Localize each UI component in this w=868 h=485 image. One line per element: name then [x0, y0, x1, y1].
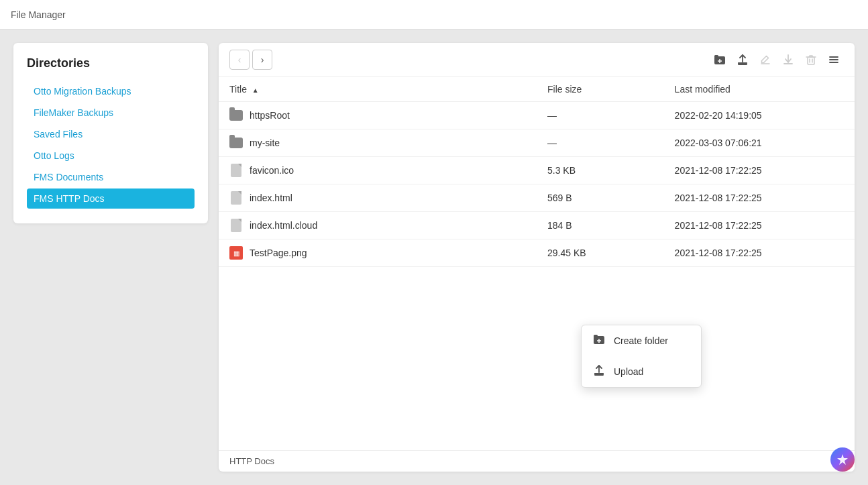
doc-file-icon	[231, 219, 241, 232]
download-button[interactable]	[778, 50, 798, 70]
folder-icon	[229, 110, 243, 121]
top-bar: File Manager	[0, 0, 868, 30]
folder-icon	[229, 138, 243, 148]
dropdown-item-label: Create folder	[614, 335, 668, 346]
file-size: 5.3 KB	[537, 157, 664, 184]
back-button[interactable]: ‹	[229, 50, 250, 70]
col-last-modified[interactable]: Last modified	[664, 77, 855, 102]
last-modified: 2022-03-03 07:06:21	[664, 129, 855, 157]
table-row[interactable]: my-site—2022-03-03 07:06:21	[219, 129, 855, 157]
table-row[interactable]: index.html569 B2021-12-08 17:22:25	[219, 184, 855, 212]
status-bar: HTTP Docs	[219, 450, 855, 472]
file-size: 569 B	[537, 184, 664, 212]
file-size: —	[537, 102, 664, 129]
create-folder-button[interactable]	[710, 50, 730, 70]
last-modified: 2022-02-20 14:19:05	[664, 102, 855, 129]
sidebar-item-fms-http-docs[interactable]: FMS HTTP Docs	[27, 188, 195, 209]
toolbar-actions	[710, 50, 844, 70]
file-size: 184 B	[537, 212, 664, 239]
dropdown-menu: Create folderUpload	[581, 325, 702, 388]
file-name: favicon.ico	[250, 165, 294, 176]
colorful-icon	[836, 453, 849, 466]
content-area: ‹ ›	[219, 43, 855, 472]
doc-file-icon	[231, 164, 241, 177]
sidebar-item-filemaker-backups[interactable]: FileMaker Backups	[27, 103, 195, 123]
file-table: Title ▲ File size Last modified httpsRoo…	[219, 77, 855, 450]
forward-icon: ›	[261, 54, 264, 65]
list-view-button[interactable]	[824, 50, 844, 70]
rename-button[interactable]	[755, 50, 775, 70]
doc-file-icon	[231, 191, 241, 205]
dropdown-item-label: Upload	[614, 366, 643, 377]
file-size: —	[537, 129, 664, 157]
table-row[interactable]: TestPage.png29.45 KB2021-12-08 17:22:25	[219, 239, 855, 267]
delete-icon	[805, 54, 817, 66]
file-name: TestPage.png	[250, 248, 307, 258]
create-folder-icon	[592, 333, 606, 348]
sidebar-item-saved-files[interactable]: Saved Files	[27, 124, 195, 144]
toolbar: ‹ ›	[219, 43, 855, 77]
file-size: 29.45 KB	[537, 239, 664, 267]
delete-button[interactable]	[801, 50, 821, 70]
upload-icon	[737, 54, 749, 66]
dropdown-item-create-folder[interactable]: Create folder	[582, 325, 701, 356]
table-row[interactable]: favicon.ico5.3 KB2021-12-08 17:22:25	[219, 157, 855, 184]
sort-arrow-title: ▲	[252, 87, 259, 94]
table-row[interactable]: httpsRoot—2022-02-20 14:19:05	[219, 102, 855, 129]
col-title[interactable]: Title ▲	[219, 77, 537, 102]
last-modified: 2021-12-08 17:22:25	[664, 239, 855, 267]
svg-rect-1	[714, 55, 718, 58]
download-icon	[782, 54, 794, 66]
back-icon: ‹	[238, 54, 241, 65]
upload-button[interactable]	[733, 50, 753, 70]
rename-icon	[759, 54, 771, 66]
last-modified: 2021-12-08 17:22:25	[664, 212, 855, 239]
image-file-icon	[229, 246, 243, 260]
list-icon	[828, 54, 840, 66]
file-name: my-site	[250, 138, 280, 148]
sidebar: Directories Otto Migration BackupsFileMa…	[13, 43, 208, 223]
status-label: HTTP Docs	[229, 456, 274, 466]
dropdown-item-upload[interactable]: Upload	[582, 356, 701, 387]
sidebar-item-fms-documents[interactable]: FMS Documents	[27, 167, 195, 187]
svg-rect-4	[808, 57, 814, 64]
svg-rect-6	[594, 335, 598, 337]
sidebar-heading: Directories	[27, 56, 195, 70]
toolbar-nav: ‹ ›	[229, 50, 272, 70]
sidebar-items-list: Otto Migration BackupsFileMaker BackupsS…	[27, 81, 195, 209]
sidebar-item-otto-logs[interactable]: Otto Logs	[27, 146, 195, 166]
main-layout: Directories Otto Migration BackupsFileMa…	[0, 30, 868, 485]
sidebar-item-otto-migration-backups[interactable]: Otto Migration Backups	[27, 81, 195, 101]
last-modified: 2021-12-08 17:22:25	[664, 157, 855, 184]
file-name: index.html.cloud	[250, 220, 317, 231]
file-name: httpsRoot	[250, 110, 290, 121]
app-title: File Manager	[11, 9, 66, 20]
table-header-row: Title ▲ File size Last modified	[219, 77, 855, 102]
upload-icon	[592, 364, 606, 379]
col-file-size[interactable]: File size	[537, 77, 664, 102]
bottom-right-icon[interactable]	[830, 447, 855, 472]
last-modified: 2021-12-08 17:22:25	[664, 184, 855, 212]
forward-button[interactable]: ›	[252, 50, 272, 70]
create-folder-icon	[714, 54, 726, 66]
file-name: index.html	[250, 193, 292, 203]
table-row[interactable]: index.html.cloud184 B2021-12-08 17:22:25	[219, 212, 855, 239]
